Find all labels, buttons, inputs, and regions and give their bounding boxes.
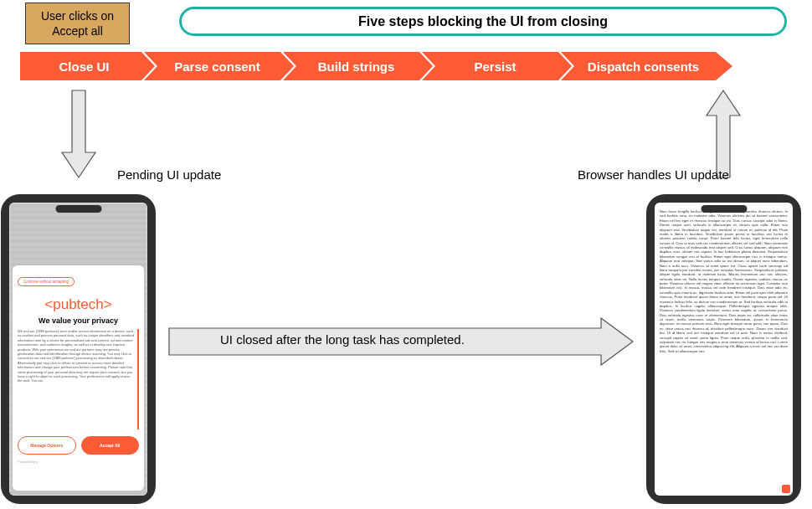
continue-without-link[interactable]: Continue without accepting xyxy=(18,277,75,286)
user-action-label: User clicks on Accept all xyxy=(26,8,129,39)
modal-title: We value your privacy xyxy=(18,316,139,325)
phone-after: Nam lacus fringilla facilisis at eget od… xyxy=(646,194,801,504)
focus-indicator-icon xyxy=(782,485,790,493)
phone-screen: Nam lacus fringilla facilisis at eget od… xyxy=(655,203,793,496)
step-label: Dispatch consents xyxy=(588,59,699,74)
modal-body: We and our (1389 partners) store and/or … xyxy=(18,329,139,429)
vendor-logo: <pubtech> xyxy=(18,296,139,313)
browser-label: Browser handles UI update xyxy=(578,167,729,182)
step-close-ui: Close UI xyxy=(20,52,141,80)
modal-buttons: Manage Options Accept All xyxy=(18,436,139,455)
step-dispatch-consents: Dispatch consents xyxy=(561,52,716,80)
banner-title: Five steps blocking the UI from closing xyxy=(358,14,608,29)
accept-all-button[interactable]: Accept All xyxy=(81,436,140,455)
arrow-down-icon xyxy=(60,89,97,181)
blocking-banner: Five steps blocking the UI from closing xyxy=(179,7,787,36)
powered-by: Powered by p xyxy=(18,460,139,464)
phone-before: Continue without accepting <pubtech> We … xyxy=(1,194,156,504)
step-persist: Persist xyxy=(422,52,558,80)
phone-notch-icon xyxy=(55,205,101,213)
step-label: Close UI xyxy=(59,59,109,74)
step-parse-consent: Parse consent xyxy=(144,52,280,80)
pending-label: Pending UI update xyxy=(117,167,221,182)
manage-options-button[interactable]: Manage Options xyxy=(18,436,76,455)
step-label: Parse consent xyxy=(174,59,260,74)
closed-label: UI closed after the long task has comple… xyxy=(220,332,465,347)
pipeline: Close UI Parse consent Build strings Per… xyxy=(20,52,716,80)
user-action-box: User clicks on Accept all xyxy=(25,3,130,44)
step-label: Build strings xyxy=(318,59,395,74)
phone-screen: Continue without accepting <pubtech> We … xyxy=(9,203,147,496)
step-label: Persist xyxy=(474,59,516,74)
article-text: Nam lacus fringilla facilisis at eget od… xyxy=(660,209,788,491)
consent-modal: Continue without accepting <pubtech> We … xyxy=(13,265,144,491)
step-build-strings: Build strings xyxy=(283,52,419,80)
arrow-up-icon xyxy=(705,87,742,179)
